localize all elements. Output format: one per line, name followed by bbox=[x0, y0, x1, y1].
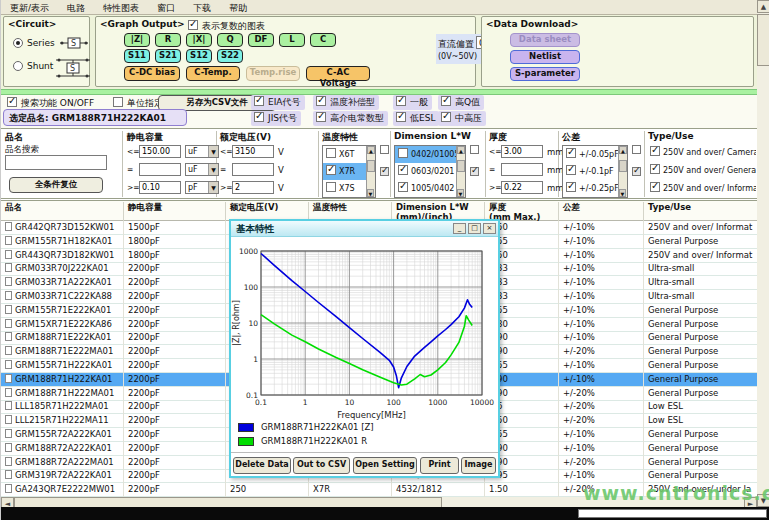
graph-button-temprise[interactable]: Temp.rise bbox=[246, 66, 300, 81]
menu-item-1[interactable]: 电路 bbox=[58, 0, 94, 15]
graph-button-c[interactable]: C bbox=[310, 33, 336, 47]
graph-button-s21[interactable]: S21 bbox=[155, 49, 181, 63]
tolerance-selectall-checkbox[interactable] bbox=[632, 145, 641, 154]
chip-checkbox[interactable] bbox=[254, 96, 264, 106]
scroll-down-icon[interactable]: ▼ bbox=[757, 494, 769, 507]
toggle-checkbox-0[interactable] bbox=[7, 97, 17, 107]
out-to-csv-button[interactable]: Out to CSV bbox=[293, 457, 350, 474]
type-use-checkbox[interactable] bbox=[650, 182, 660, 192]
type-use-checkbox[interactable] bbox=[650, 164, 660, 174]
graph-button-z[interactable]: |Z| bbox=[124, 33, 150, 47]
column-header-7[interactable]: Type/Use bbox=[643, 202, 757, 221]
menu-item-0[interactable]: 更新/表示 bbox=[1, 0, 58, 15]
filter-value-input[interactable] bbox=[501, 163, 543, 176]
scroll-down-icon[interactable]: ▼ bbox=[367, 189, 374, 197]
dimension-option-1[interactable]: 0603/0201 bbox=[395, 163, 457, 180]
name-search-input[interactable] bbox=[5, 155, 107, 170]
category-chip-chips_row1-3[interactable]: 高Q值 bbox=[438, 95, 484, 110]
graph-button-x[interactable]: |X| bbox=[186, 33, 212, 47]
dimension-option-checkbox[interactable] bbox=[398, 182, 408, 192]
graph-button-s12[interactable]: S12 bbox=[186, 49, 212, 63]
filter-value-input[interactable] bbox=[501, 181, 543, 194]
delete-data-button[interactable]: Delete Data bbox=[233, 457, 291, 474]
tolerance-option-1[interactable]: +/-0.1pF bbox=[563, 163, 619, 180]
graph-button-s22[interactable]: S22 bbox=[217, 49, 243, 63]
scroll-thumb[interactable] bbox=[367, 160, 375, 172]
filter-value-input[interactable] bbox=[232, 163, 274, 176]
chevron-down-icon[interactable]: ▼ bbox=[208, 146, 218, 157]
tolerance-option-checkbox[interactable] bbox=[566, 148, 576, 158]
graph-button-df[interactable]: DF bbox=[248, 33, 274, 47]
dimension-option-2[interactable]: 1005/0402 bbox=[395, 180, 457, 197]
temp-char-option-1[interactable]: X7R bbox=[323, 163, 367, 180]
graph-button-cacvoltage[interactable]: C-AC Voltage bbox=[306, 66, 370, 81]
unit-select[interactable]: uF▼ bbox=[185, 145, 219, 158]
scroll-down-icon[interactable]: ▼ bbox=[457, 189, 464, 197]
scroll-thumb[interactable] bbox=[457, 160, 465, 172]
reset-all-filters-button[interactable]: 全条件复位 bbox=[9, 177, 103, 193]
temp-char-selectnone-checkbox[interactable] bbox=[380, 167, 389, 176]
tolerance-option-checkbox[interactable] bbox=[566, 182, 576, 192]
dimension-scrollbar[interactable]: ▲▼ bbox=[456, 146, 465, 197]
temp-char-option-2[interactable]: X7S bbox=[323, 180, 367, 197]
graph-button-s11[interactable]: S11 bbox=[124, 49, 150, 63]
unit-select[interactable]: uF▼ bbox=[185, 163, 219, 176]
dimension-option-0[interactable]: 0402/01005 bbox=[395, 146, 457, 163]
graph-button-r[interactable]: R bbox=[155, 33, 181, 47]
popup-titlebar[interactable]: 基本特性 _ □ × bbox=[231, 221, 498, 237]
filter-value-input[interactable] bbox=[232, 181, 274, 194]
menu-item-5[interactable]: 帮助 bbox=[220, 0, 256, 15]
filter-value-input[interactable] bbox=[501, 145, 543, 158]
temp-char-scrollbar[interactable]: ▲▼ bbox=[366, 146, 375, 197]
graph-button-cdcbias[interactable]: C-DC bias bbox=[124, 66, 180, 81]
print-button[interactable]: Print bbox=[420, 457, 459, 474]
vscroll-thumb[interactable] bbox=[757, 14, 769, 66]
tolerance-scrollbar[interactable]: ▲▼ bbox=[618, 146, 627, 197]
table-row-19[interactable]: GA243QR7E2222MW012200pF250X7R4532/18121.… bbox=[1, 483, 757, 497]
chevron-down-icon[interactable]: ▼ bbox=[208, 164, 218, 175]
chip-checkbox[interactable] bbox=[441, 96, 451, 106]
category-chip-chips_row1-1[interactable]: 温度补偿型 bbox=[313, 95, 379, 110]
temp-char-option-checkbox[interactable] bbox=[326, 182, 336, 192]
image-button[interactable]: Image bbox=[461, 457, 496, 474]
menu-item-4[interactable]: 下载 bbox=[184, 0, 220, 15]
column-header-1[interactable]: 静电容量 bbox=[123, 202, 225, 221]
tolerance-option-checkbox[interactable] bbox=[566, 165, 576, 175]
scroll-up-icon[interactable]: ▲ bbox=[619, 146, 627, 154]
type-use-option-1[interactable]: 250V and over/ General bbox=[650, 164, 756, 175]
type-use-option-0[interactable]: 250V and over/ Camera bbox=[650, 146, 756, 157]
scroll-up-icon[interactable]: ▲ bbox=[367, 146, 375, 154]
graph-button-q[interactable]: Q bbox=[217, 33, 243, 47]
tolerance-option-2[interactable]: +/-0.25pF bbox=[563, 180, 619, 197]
temp-char-option-checkbox[interactable] bbox=[326, 165, 336, 175]
category-chip-chips_row2-1[interactable]: 高介电常数型 bbox=[313, 111, 388, 126]
menu-item-2[interactable]: 特性图表 bbox=[94, 0, 148, 15]
temp-char-option-0[interactable]: X6T bbox=[323, 146, 367, 163]
category-chip-chips_row1-2[interactable]: 一般 bbox=[393, 95, 432, 110]
show-complex-chart-checkbox[interactable] bbox=[188, 20, 198, 30]
chip-checkbox[interactable] bbox=[396, 112, 406, 122]
column-header-6[interactable]: 公差 bbox=[558, 202, 643, 221]
minimize-icon[interactable]: _ bbox=[453, 223, 466, 234]
chip-checkbox[interactable] bbox=[316, 112, 326, 122]
temp-char-selectall-checkbox[interactable] bbox=[380, 145, 389, 154]
data-sheet-button[interactable]: Data sheet bbox=[510, 33, 580, 47]
scroll-up-icon[interactable]: ▲ bbox=[457, 146, 465, 154]
shunt-radio[interactable] bbox=[13, 61, 23, 71]
tolerance-selectnone-checkbox[interactable] bbox=[632, 167, 641, 176]
column-header-0[interactable]: 品名 bbox=[1, 202, 123, 221]
maximize-icon[interactable]: □ bbox=[468, 223, 481, 234]
graph-button-ctemp[interactable]: C-Temp. bbox=[186, 66, 240, 81]
category-chip-chips_row2-0[interactable]: JIS代号 bbox=[251, 111, 301, 126]
filter-value-input[interactable] bbox=[139, 163, 181, 176]
filter-value-input[interactable] bbox=[232, 145, 274, 158]
menu-item-3[interactable]: 窗口 bbox=[148, 0, 184, 15]
dimension-selectall-checkbox[interactable] bbox=[470, 145, 479, 154]
category-chip-chips_row1-0[interactable]: EIA代号 bbox=[251, 95, 305, 110]
chip-checkbox[interactable] bbox=[316, 96, 326, 106]
open-setting-button[interactable]: Open Setting bbox=[353, 457, 417, 474]
filter-value-input[interactable] bbox=[139, 181, 181, 194]
temp-char-option-checkbox[interactable] bbox=[326, 148, 336, 158]
series-radio[interactable] bbox=[13, 38, 23, 48]
dimension-option-checkbox[interactable] bbox=[398, 165, 408, 175]
